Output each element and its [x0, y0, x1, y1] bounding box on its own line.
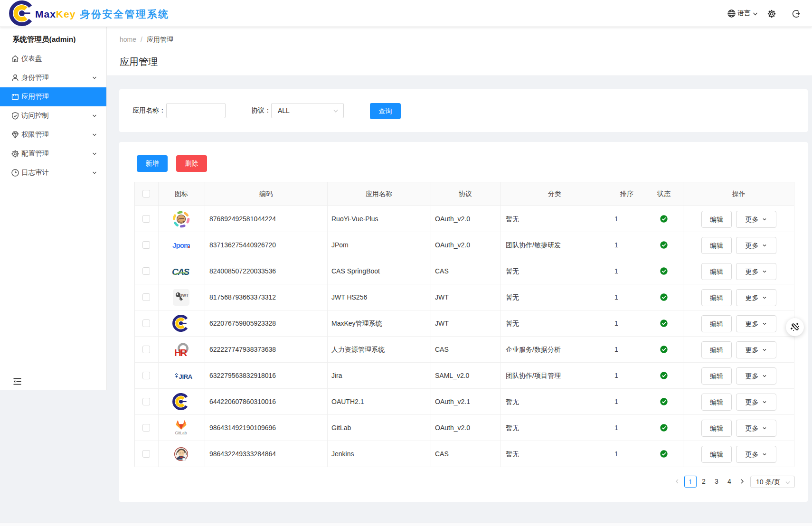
- svg-text:JWT: JWT: [180, 293, 189, 298]
- svg-text:R: R: [180, 347, 188, 358]
- svg-text:CAS: CAS: [172, 267, 189, 277]
- svg-text:Jpom: Jpom: [172, 241, 190, 249]
- svg-text:GitLab: GitLab: [175, 431, 187, 435]
- svg-text:JIRA: JIRA: [179, 373, 193, 380]
